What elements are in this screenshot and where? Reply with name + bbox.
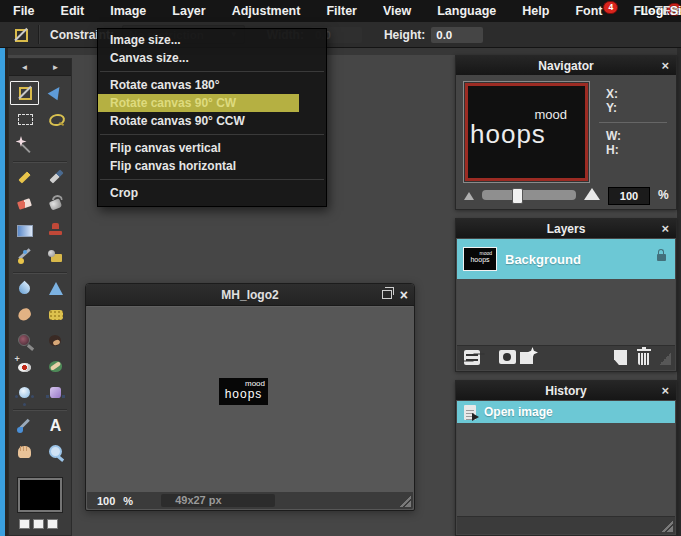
item-view[interactable]: View [370, 0, 424, 22]
move-tool[interactable] [40, 80, 71, 106]
history-titlebar[interactable]: History × [456, 381, 676, 400]
bloat-icon [16, 384, 34, 402]
tool-separator [9, 269, 71, 276]
colorreplace-tool[interactable] [9, 243, 40, 269]
menu-overlap-group-1[interactable]: FileTool Login 1 [633, 0, 652, 22]
item-image[interactable]: Image [97, 0, 159, 22]
hand-tool[interactable] [9, 439, 40, 465]
delete-layer-icon[interactable] [638, 353, 650, 365]
mini-swatch-1[interactable] [19, 519, 30, 529]
maximize-icon[interactable] [382, 290, 392, 299]
toolbox-arrow-right-icon[interactable]: ► [52, 63, 60, 72]
document-title: MH_logo2 [86, 288, 414, 302]
smudge-tool[interactable] [9, 302, 40, 328]
dodge-tool[interactable] [9, 328, 40, 354]
menu-overlap-group-2[interactable]: Freebies Sign up [663, 0, 681, 22]
layers-titlebar[interactable]: Layers × [456, 219, 676, 238]
item-rotate-canvas-90-ccw[interactable]: Rotate canvas 90° CCW [98, 112, 326, 130]
history-step-label: Open image [484, 405, 553, 419]
navigator-preview[interactable]: mood hoops [463, 81, 590, 183]
close-icon[interactable]: × [400, 288, 408, 302]
close-icon[interactable]: × [661, 221, 669, 236]
item-adjustment[interactable]: Adjustment [219, 0, 314, 22]
zoom-slider-handle[interactable] [512, 188, 523, 204]
layer-name: Background [505, 252, 581, 267]
menu-item-font[interactable]: Font4 [562, 0, 623, 22]
item-rotate-canvas-90-cw[interactable]: Rotate canvas 90° CW [98, 94, 326, 112]
document-zoom-value[interactable]: 100 [97, 495, 115, 507]
stamp-tool[interactable] [40, 217, 71, 243]
font-menu-label: Font [575, 4, 602, 18]
blur-tool[interactable] [9, 276, 40, 302]
type-tool[interactable]: A [40, 413, 71, 439]
item-rotate-canvas-180[interactable]: Rotate canvas 180° [98, 76, 326, 94]
menubar: FileEditImageLayerAdjustmentFilterViewLa… [0, 0, 681, 22]
main-color-swatch[interactable] [18, 478, 62, 512]
lasso-tool[interactable] [40, 106, 71, 132]
history-panel: History × Open image [455, 380, 677, 536]
item-help[interactable]: Help [509, 0, 562, 22]
item-language[interactable]: Language [424, 0, 509, 22]
item-edit[interactable]: Edit [48, 0, 98, 22]
history-resize-grip[interactable] [662, 521, 673, 532]
redeye-tool[interactable] [9, 354, 40, 380]
brush-tool[interactable] [40, 165, 71, 191]
zoom-in-icon[interactable] [584, 188, 600, 200]
blank-tool[interactable] [40, 132, 71, 158]
layers-resize-grip [659, 353, 671, 365]
layers-bottombar [457, 345, 675, 370]
item-canvas-size[interactable]: Canvas size... [98, 49, 326, 67]
sharpen-tool[interactable] [40, 276, 71, 302]
zoom-slider-track[interactable] [482, 190, 576, 200]
item-file[interactable]: File [0, 0, 48, 22]
pinch-tool[interactable] [40, 380, 71, 406]
new-layer-icon[interactable] [614, 350, 627, 365]
mini-swatch-3[interactable] [47, 519, 58, 529]
font-badge: 4 [603, 1, 618, 14]
wand-tool[interactable] [9, 132, 40, 158]
marquee-tool[interactable] [9, 106, 40, 132]
drawing-tool[interactable] [40, 243, 71, 269]
item-crop[interactable]: Crop [98, 184, 326, 202]
mini-swatch-2[interactable] [33, 519, 44, 529]
close-icon[interactable]: × [661, 58, 669, 73]
height-input[interactable]: 0.0 [431, 27, 483, 43]
lock-icon[interactable] [657, 254, 666, 261]
burn-tool[interactable] [40, 328, 71, 354]
canvas-image[interactable]: mood hoops [219, 378, 268, 405]
bucket-tool[interactable] [40, 191, 71, 217]
navigator-titlebar[interactable]: Navigator × [456, 56, 676, 75]
document-canvas-area[interactable]: mood hoops [87, 306, 413, 491]
zoom-tool[interactable] [40, 439, 71, 465]
menu-divider [100, 71, 324, 72]
eraser-tool[interactable] [9, 191, 40, 217]
heal-tool[interactable] [40, 354, 71, 380]
item-flip-canvas-horizontal[interactable]: Flip canvas horizontal [98, 157, 326, 175]
x-label: X: [606, 87, 618, 101]
pencil-tool[interactable] [9, 165, 40, 191]
toolbox-arrow-left-icon[interactable]: ◄ [21, 63, 29, 72]
item-flip-canvas-vertical[interactable]: Flip canvas vertical [98, 139, 326, 157]
layer-mask-icon[interactable] [499, 350, 516, 364]
layer-styles-icon[interactable] [520, 352, 533, 364]
window-resize-grip[interactable] [400, 496, 411, 507]
item-open-image[interactable]: Open image [457, 401, 675, 423]
document-titlebar[interactable]: MH_logo2 × [86, 284, 414, 306]
percent-label: % [123, 495, 133, 507]
bloat-tool[interactable] [9, 380, 40, 406]
layer-row-background[interactable]: mood hoops Background [457, 239, 675, 279]
item-layer[interactable]: Layer [159, 0, 218, 22]
item-image-size[interactable]: Image size... [98, 31, 326, 49]
layer-settings-icon[interactable] [464, 350, 480, 365]
zoom-out-icon[interactable] [464, 192, 474, 200]
dodge-icon [16, 332, 34, 350]
item-filter[interactable]: Filter [313, 0, 370, 22]
gradient-tool[interactable] [9, 217, 40, 243]
w-label: W: [606, 129, 621, 143]
marquee-icon [16, 110, 34, 128]
zoom-value-input[interactable]: 100 [608, 187, 650, 205]
eyedropper-tool[interactable] [9, 413, 40, 439]
sponge-tool[interactable] [40, 302, 71, 328]
close-icon[interactable]: × [661, 383, 669, 398]
crop-tool[interactable] [9, 80, 40, 106]
